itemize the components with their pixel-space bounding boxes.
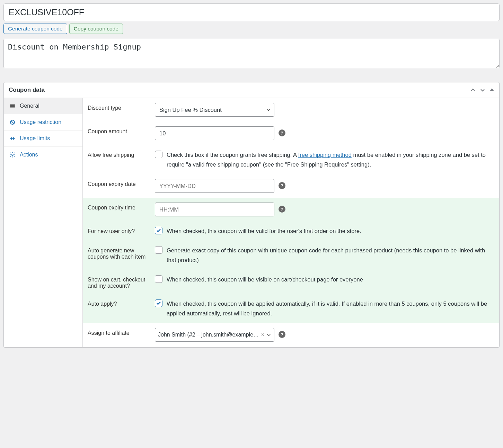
auto-generate-checkbox[interactable] <box>155 246 162 254</box>
show-cart-label: Show on cart, checkout and my account? <box>88 275 148 289</box>
affiliate-select[interactable]: John Smith (#2 – john.smith@example.com)… <box>155 328 274 342</box>
tab-label: General <box>20 103 39 109</box>
svg-line-1 <box>11 121 14 124</box>
gear-icon <box>9 152 16 158</box>
coupon-code-input[interactable] <box>3 3 500 21</box>
help-icon[interactable]: ? <box>279 182 285 189</box>
coupon-data-panel: Coupon data General <box>3 82 500 348</box>
tab-usage-restriction[interactable]: Usage restriction <box>4 114 82 131</box>
expiry-date-input[interactable] <box>155 179 274 193</box>
new-user-checkbox[interactable] <box>155 227 162 234</box>
free-shipping-label: Allow free shipping <box>88 150 148 158</box>
chevron-down-icon <box>266 332 271 337</box>
expiry-time-input[interactable] <box>155 203 274 216</box>
tab-actions[interactable]: Actions <box>4 147 82 163</box>
discount-type-label: Discount type <box>88 103 148 111</box>
generate-coupon-button[interactable]: Generate coupon code <box>3 24 67 34</box>
free-shipping-link[interactable]: free shipping method <box>298 152 352 158</box>
coupon-amount-label: Coupon amount <box>88 126 148 135</box>
tab-label: Actions <box>20 152 38 158</box>
panel-collapse-icon[interactable] <box>489 87 494 93</box>
tab-label: Usage restriction <box>20 119 61 125</box>
ban-icon <box>9 119 16 125</box>
remove-affiliate-icon[interactable]: × <box>261 332 264 338</box>
tab-label: Usage limits <box>20 135 50 142</box>
free-shipping-help-text: Check this box if the coupon grants free… <box>167 150 494 169</box>
panel-chevron-up-icon[interactable] <box>470 87 476 93</box>
help-icon[interactable]: ? <box>279 206 285 213</box>
auto-generate-label: Auto generate new coupons with each item <box>88 245 148 260</box>
expiry-time-label: Coupon expiry time <box>88 203 148 211</box>
affiliate-label: Assign to affiliate <box>88 328 148 336</box>
new-user-label: For new user only? <box>88 226 148 234</box>
copy-coupon-button[interactable]: Copy coupon code <box>69 24 123 34</box>
show-cart-checkbox[interactable] <box>155 275 162 283</box>
show-cart-help-text: When checked, this coupon will be visibl… <box>167 275 494 284</box>
new-user-help-text: When checked, this coupon will be valid … <box>167 226 494 236</box>
limits-icon <box>9 135 16 142</box>
tab-usage-limits[interactable]: Usage limits <box>4 131 82 147</box>
auto-apply-help-text: When checked, this coupon will be applie… <box>167 299 494 318</box>
help-icon[interactable]: ? <box>279 331 285 338</box>
discount-type-select[interactable] <box>155 103 274 117</box>
expiry-date-label: Coupon expiry date <box>88 179 148 187</box>
tab-general[interactable]: General <box>4 98 82 114</box>
auto-apply-checkbox[interactable] <box>155 299 162 307</box>
svg-point-5 <box>12 154 14 156</box>
help-icon[interactable]: ? <box>279 129 285 136</box>
coupon-amount-input[interactable] <box>155 126 274 140</box>
coupon-description-input[interactable]: Discount on Membership Signup <box>3 39 500 68</box>
panel-chevron-down-icon[interactable] <box>480 87 485 93</box>
affiliate-value: John Smith (#2 – john.smith@example.com) <box>158 332 259 338</box>
auto-generate-help-text: Generate exact copy of this coupon with … <box>167 245 494 265</box>
auto-apply-label: Auto apply? <box>88 299 148 307</box>
free-shipping-checkbox[interactable] <box>155 151 162 158</box>
ticket-icon <box>9 103 16 109</box>
panel-title: Coupon data <box>9 87 45 93</box>
